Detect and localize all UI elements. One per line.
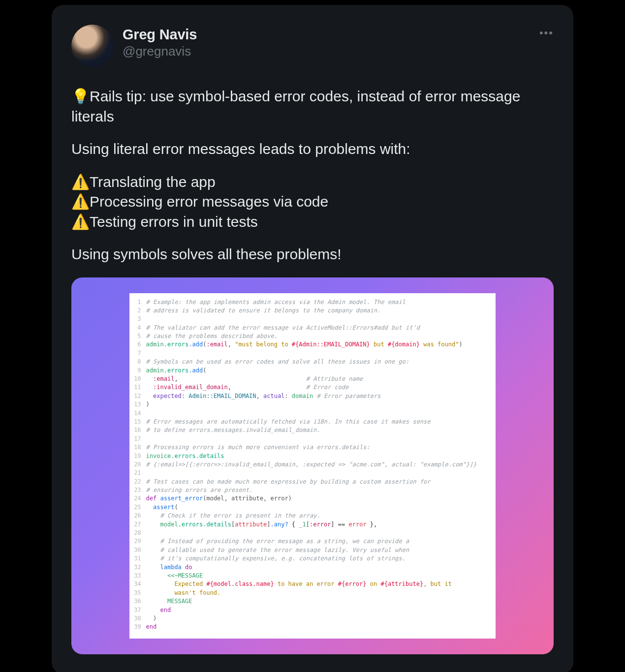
line-number: 26 xyxy=(133,512,146,520)
code-text: model.errors.details[attribute].any? { _… xyxy=(146,520,489,529)
author-name: Greg Navis xyxy=(123,27,197,43)
line-number: 31 xyxy=(133,554,146,563)
author-block[interactable]: Greg Navis @gregnavis xyxy=(123,25,197,59)
code-text: admin.errors.add(:email, "must belong to… xyxy=(146,340,489,349)
code-text: # ensuring errors are present. xyxy=(146,486,489,494)
code-text: # callable used to generate the error me… xyxy=(146,546,489,554)
code-text: :email, # Attribute name xyxy=(146,375,489,383)
author-handle: @gregnavis xyxy=(123,44,197,59)
line-number: 25 xyxy=(133,503,146,512)
code-text: ) xyxy=(146,400,489,409)
tweet-header: Greg Navis @gregnavis ••• xyxy=(71,25,554,67)
code-text: # Error messages are automatically fetch… xyxy=(146,418,489,426)
code-text: ) xyxy=(146,614,489,623)
line-number: 38 xyxy=(133,614,146,623)
line-number: 7 xyxy=(133,349,146,358)
code-text: admin.errors.add( xyxy=(146,367,489,375)
code-text: end xyxy=(146,623,489,631)
line-number: 29 xyxy=(133,537,146,546)
line-number: 34 xyxy=(133,580,146,588)
code-text: invoice.errors.details xyxy=(146,452,489,460)
line-number: 14 xyxy=(133,409,146,418)
line-number: 12 xyxy=(133,392,146,400)
line-number: 9 xyxy=(133,367,146,375)
code-text xyxy=(146,435,489,443)
line-number: 11 xyxy=(133,383,146,392)
line-number: 2 xyxy=(133,306,146,315)
code-text: # Processing errors is much more conveni… xyxy=(146,443,489,452)
line-number: 1 xyxy=(133,298,146,306)
code-text: # Check if the error is present in the a… xyxy=(146,512,489,520)
line-number: 8 xyxy=(133,358,146,366)
avatar[interactable] xyxy=(71,25,114,67)
tweet-card: Greg Navis @gregnavis ••• 💡Rails tip: us… xyxy=(52,5,573,672)
line-number: 36 xyxy=(133,597,146,606)
tweet-line: Using literal error messages leads to pr… xyxy=(71,139,554,159)
line-number: 24 xyxy=(133,494,146,503)
line-number: 39 xyxy=(133,623,146,631)
line-number: 22 xyxy=(133,478,146,486)
line-number: 18 xyxy=(133,443,146,452)
code-text xyxy=(146,315,489,323)
code-text: # Example: the app implements admin acce… xyxy=(146,298,489,306)
line-number: 37 xyxy=(133,606,146,614)
code-text: MESSAGE xyxy=(146,597,489,606)
tweet-line: Using symbols solves all these problems! xyxy=(71,244,554,265)
code-text: # Instead of providing the error message… xyxy=(146,537,489,546)
line-number: 32 xyxy=(133,563,146,572)
code-text: # to define errors.messages.invalid_emai… xyxy=(146,426,489,434)
tweet-bullet: ⚠️Testing errors in unit tests xyxy=(71,212,554,232)
line-number: 13 xyxy=(133,400,146,409)
line-number: 19 xyxy=(133,452,146,460)
code-text: # {:email=>[{:error=>:invalid_email_doma… xyxy=(146,460,489,469)
code-text: # Test cases can be made much more expre… xyxy=(146,478,489,486)
code-text: def assert_error(model, attribute, error… xyxy=(146,494,489,503)
code-text: # cause the problems described above. xyxy=(146,332,489,340)
code-text: assert( xyxy=(146,503,489,512)
line-number: 16 xyxy=(133,426,146,434)
code-text: Expected #{model.class.name} to have an … xyxy=(146,580,489,588)
line-number: 17 xyxy=(133,435,146,443)
code-snippet: 1# Example: the app implements admin acc… xyxy=(129,293,496,639)
line-number: 5 xyxy=(133,332,146,340)
tweet-bullet: ⚠️Processing error messages via code xyxy=(71,192,554,212)
line-number: 30 xyxy=(133,546,146,554)
code-text xyxy=(146,409,489,418)
code-text: # Symbols can be used as error codes and… xyxy=(146,358,489,366)
tweet-line: 💡Rails tip: use symbol-based error codes… xyxy=(71,87,554,126)
code-text: # address is validated to ensure it belo… xyxy=(146,306,489,315)
line-number: 20 xyxy=(133,460,146,469)
code-text: :invalid_email_domain, # Error code xyxy=(146,383,489,392)
media-attachment[interactable]: 1# Example: the app implements admin acc… xyxy=(71,277,554,654)
line-number: 4 xyxy=(133,324,146,332)
tweet-body: 💡Rails tip: use symbol-based error codes… xyxy=(71,87,554,265)
line-number: 27 xyxy=(133,520,146,529)
code-text: wasn't found. xyxy=(146,589,489,597)
tweet-bullet: ⚠️Translating the app xyxy=(71,172,554,192)
code-text: # it's computationally expensive, e.g. c… xyxy=(146,554,489,563)
line-number: 33 xyxy=(133,572,146,580)
code-text: <<~MESSAGE xyxy=(146,572,489,580)
code-text: end xyxy=(146,606,489,614)
line-number: 6 xyxy=(133,340,146,349)
more-icon[interactable]: ••• xyxy=(539,25,554,39)
line-number: 23 xyxy=(133,486,146,494)
code-text: # The valiator can add the error message… xyxy=(146,324,489,332)
line-number: 3 xyxy=(133,315,146,323)
line-number: 35 xyxy=(133,589,146,597)
code-text: lambda do xyxy=(146,563,489,572)
code-text: expected: Admin::EMAIL_DOMAIN, actual: d… xyxy=(146,392,489,400)
line-number: 15 xyxy=(133,418,146,426)
line-number: 28 xyxy=(133,529,146,537)
code-text xyxy=(146,529,489,537)
line-number: 21 xyxy=(133,469,146,477)
line-number: 10 xyxy=(133,375,146,383)
code-text xyxy=(146,469,489,477)
code-text xyxy=(146,349,489,358)
